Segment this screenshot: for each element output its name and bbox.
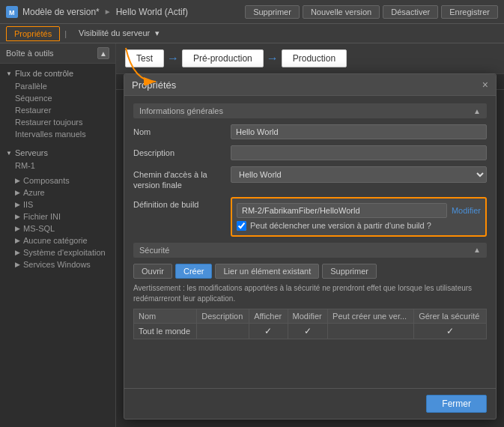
sidebar-item-ms-sql[interactable]: ▶ MS-SQL bbox=[0, 222, 115, 234]
sidebar-flux-header[interactable]: ▼ Flux de contrôle bbox=[0, 67, 115, 80]
trigger-checkbox[interactable] bbox=[237, 221, 246, 231]
description-label: Description bbox=[133, 145, 231, 157]
deactivate-button[interactable]: Désactiver bbox=[383, 5, 438, 19]
sidebar-item-systeme[interactable]: ▶ Système d'exploitation bbox=[0, 246, 115, 258]
sidebar-item-restaurer-toujours[interactable]: Restaurer toujours bbox=[0, 116, 115, 128]
breadcrumb-part2: Hello World (Actif) bbox=[116, 7, 188, 17]
dialog-title-bar: Propriétés × bbox=[124, 74, 496, 96]
sidebar-item-fichier-ini[interactable]: ▶ Fichier INI bbox=[0, 211, 115, 222]
content-area: Test → Pré-production → Production Séque… bbox=[116, 43, 504, 427]
general-section-expand[interactable]: ▲ bbox=[473, 107, 481, 115]
dialog-close-button[interactable]: × bbox=[482, 79, 488, 91]
iis-arrow-icon: ▶ bbox=[15, 201, 20, 208]
deploy-step-pre-production[interactable]: Pré-production bbox=[182, 49, 264, 67]
row-modifier: ✓ bbox=[288, 323, 328, 339]
modifier-link[interactable]: Modifier bbox=[452, 206, 481, 215]
security-section: Sécurité ▲ Ouvrir Créer Lier un élément … bbox=[133, 243, 487, 339]
deploy-step-production[interactable]: Production bbox=[282, 49, 347, 67]
breadcrumb-arrow: ► bbox=[104, 7, 112, 16]
servers-arrow-icon: ▼ bbox=[6, 150, 12, 157]
description-control bbox=[231, 145, 487, 160]
build-def-input[interactable] bbox=[237, 203, 447, 218]
name-label: Nom bbox=[133, 124, 231, 136]
description-row: Description bbox=[133, 145, 487, 160]
pre-production-step-box: Pré-production bbox=[182, 49, 264, 67]
col-afficher: Afficher bbox=[249, 309, 288, 323]
sidebar-item-sequence[interactable]: Séquence bbox=[0, 92, 115, 104]
security-section-expand[interactable]: ▲ bbox=[473, 246, 481, 254]
trigger-checkbox-row: Peut déclencher une version à partir d'u… bbox=[237, 221, 481, 231]
sidebar-item-azure[interactable]: ▶ Azure bbox=[0, 187, 115, 199]
security-table: Nom Description Afficher Modifier Peut c… bbox=[133, 309, 487, 339]
col-gerer: Gérer la sécurité bbox=[414, 309, 487, 323]
deploy-bar: Test → Pré-production → Production bbox=[116, 43, 504, 74]
sidebar-item-iis[interactable]: ▶ IIS bbox=[0, 199, 115, 211]
row-afficher: ✓ bbox=[249, 323, 288, 339]
tab-properties[interactable]: Propriétés bbox=[6, 26, 60, 41]
table-row: Tout le monde ✓ ✓ bbox=[134, 323, 487, 339]
security-section-header: Sécurité ▲ bbox=[133, 243, 487, 258]
gerer-check-icon: ✓ bbox=[446, 326, 454, 336]
sidebar-item-parallele[interactable]: Parallèle bbox=[0, 80, 115, 92]
sidebar-item-aucune[interactable]: ▶ Aucune catégorie bbox=[0, 234, 115, 246]
app-logo: M bbox=[6, 6, 18, 18]
col-description: Description bbox=[197, 309, 249, 323]
breadcrumb: Modèle de version* ► Hello World (Actif) bbox=[22, 7, 245, 17]
create-button[interactable]: Créer bbox=[175, 264, 213, 279]
path-row: Chemin d'accès à la version finale Hello… bbox=[133, 166, 487, 191]
flux-arrow-icon: ▼ bbox=[6, 70, 12, 77]
top-bar: M Modèle de version* ► Hello World (Acti… bbox=[0, 0, 504, 24]
deploy-arrow-2: → bbox=[267, 52, 279, 65]
new-version-button[interactable]: Nouvelle version bbox=[303, 5, 380, 19]
name-control bbox=[231, 124, 487, 139]
tab-separator: | bbox=[64, 29, 67, 38]
dialog-body: Informations générales ▲ Nom Description bbox=[124, 96, 496, 388]
dialog-title: Propriétés bbox=[132, 79, 176, 91]
trigger-label: Peut déclencher une version à partir d'u… bbox=[250, 221, 431, 230]
general-section-header: Informations générales ▲ bbox=[133, 103, 487, 118]
save-button[interactable]: Enregistrer bbox=[441, 5, 498, 19]
svg-text:M: M bbox=[9, 9, 15, 16]
build-def-input-row: Modifier bbox=[237, 203, 481, 218]
name-input[interactable] bbox=[231, 124, 487, 139]
afficher-check-icon: ✓ bbox=[264, 326, 272, 336]
row-creer bbox=[328, 323, 414, 339]
composants-arrow-icon: ▶ bbox=[15, 177, 20, 184]
sidebar-servers-header[interactable]: ▼ Serveurs bbox=[0, 146, 115, 160]
row-description bbox=[197, 323, 249, 339]
top-buttons: Supprimer Nouvelle version Désactiver En… bbox=[245, 5, 498, 19]
delete-button[interactable]: Supprimer bbox=[245, 5, 300, 19]
warning-text: Avertissement : les modifications apport… bbox=[133, 283, 487, 304]
modifier-check-icon: ✓ bbox=[304, 326, 312, 336]
close-button[interactable]: Fermer bbox=[426, 395, 487, 413]
aucune-arrow-icon: ▶ bbox=[15, 237, 20, 244]
sidebar-item-intervalles[interactable]: Intervalles manuels bbox=[0, 128, 115, 140]
security-delete-button[interactable]: Supprimer bbox=[322, 264, 377, 279]
description-input[interactable] bbox=[231, 145, 487, 160]
security-buttons: Ouvrir Créer Lier un élément existant Su… bbox=[133, 264, 487, 279]
build-def-control: Modifier Peut déclencher une version à p… bbox=[231, 197, 487, 237]
sidebar-expand-button[interactable]: ▲ bbox=[97, 47, 109, 59]
sidebar-item-services[interactable]: ▶ Services Windows bbox=[0, 258, 115, 270]
sidebar-item-composants[interactable]: ▶ Composants bbox=[0, 175, 115, 187]
build-def-label: Définition de build bbox=[133, 197, 231, 209]
build-def-box: Modifier Peut déclencher une version à p… bbox=[231, 197, 487, 237]
sidebar-item-restaurer[interactable]: Restaurer bbox=[0, 104, 115, 116]
dialog-footer: Fermer bbox=[124, 388, 496, 419]
path-label: Chemin d'accès à la version finale bbox=[133, 166, 231, 191]
row-gerer: ✓ bbox=[414, 323, 487, 339]
systeme-arrow-icon: ▶ bbox=[15, 249, 20, 256]
path-select[interactable]: Hello World bbox=[231, 166, 487, 183]
deploy-arrow-1: → bbox=[167, 52, 179, 65]
row-nom: Tout le monde bbox=[134, 323, 197, 339]
azure-arrow-icon: ▶ bbox=[15, 189, 20, 196]
sidebar-header: Boîte à outils ▲ bbox=[0, 43, 115, 64]
link-button[interactable]: Lier un élément existant bbox=[215, 264, 319, 279]
tab-server-visibility[interactable]: Visibilité du serveur ▾ bbox=[71, 26, 167, 40]
fichier-ini-arrow-icon: ▶ bbox=[15, 213, 20, 220]
open-button[interactable]: Ouvrir bbox=[133, 264, 172, 279]
deploy-step-test[interactable]: Test bbox=[125, 49, 164, 67]
sidebar-item-rm1[interactable]: RM-1 bbox=[0, 160, 115, 172]
main-area: Boîte à outils ▲ ▼ Flux de contrôle Para… bbox=[0, 43, 504, 427]
sidebar-servers-section: ▼ Serveurs RM-1 bbox=[0, 143, 115, 175]
